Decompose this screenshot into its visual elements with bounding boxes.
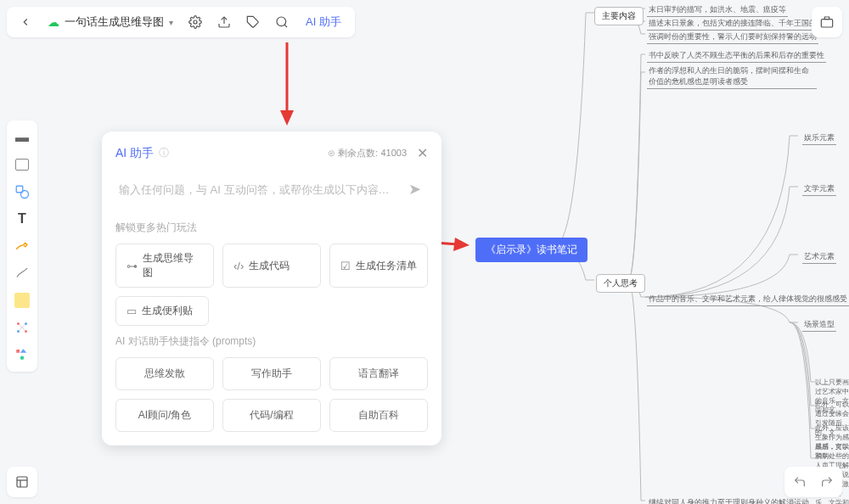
svg-point-4 — [194, 20, 197, 24]
sticky-icon: ▭ — [127, 305, 137, 317]
right-top-toolbar — [812, 7, 842, 37]
mindmap-leaf[interactable]: 文学元素 — [802, 182, 836, 196]
shape-tool[interactable] — [10, 180, 34, 204]
svg-marker-3 — [453, 238, 469, 251]
svg-marker-17 — [20, 349, 27, 353]
document-title-text: 一句话生成思维导图 — [65, 14, 164, 30]
topic-tool[interactable]: ▬ — [10, 126, 34, 149]
mindmap-node-main-content[interactable]: 主要内容 — [594, 7, 644, 25]
more-shapes-tool[interactable] — [10, 343, 34, 367]
mindmap-leaf[interactable]: 继续对同人身的推力至于理则身种义的解消运动 — [647, 496, 811, 504]
mindmap-leaf[interactable]: 艺术元素 — [802, 250, 836, 264]
mindmap-leaf[interactable]: 娱乐元素 — [802, 132, 836, 145]
toolbox-button[interactable] — [815, 10, 839, 34]
svg-point-18 — [20, 356, 25, 361]
points-remaining-label: ⊙ 剩余点数: 41003 — [328, 147, 407, 160]
ai-prompt-input[interactable] — [119, 183, 405, 196]
section-label-prompts: AI 对话助手快捷指令 (prompts) — [115, 334, 428, 349]
ai-assistant-button[interactable]: AI 助手 — [299, 14, 348, 30]
chevron-down-icon: ▾ — [169, 18, 173, 27]
mindmap-node-personal[interactable]: 个人思考 — [596, 274, 645, 293]
text-tool[interactable]: T — [10, 207, 34, 231]
svg-point-7 — [277, 17, 286, 26]
mindmap-root-node[interactable]: 《启示录》读书笔记 — [475, 238, 588, 262]
sticky-note-tool[interactable] — [10, 288, 34, 312]
action-generate-tasklist[interactable]: ☑生成任务清单 — [329, 244, 428, 288]
cloud-sync-icon: ☁ — [48, 15, 59, 29]
prompt-brainstorm[interactable]: 思维发散 — [115, 357, 214, 390]
settings-button[interactable] — [183, 10, 207, 34]
svg-point-14 — [17, 330, 20, 333]
mindmap-icon-tool[interactable] — [10, 316, 34, 339]
frame-tool[interactable] — [10, 153, 34, 176]
bottom-left-panel — [7, 467, 37, 497]
action-generate-sticky[interactable]: ▭生成便利贴 — [115, 296, 209, 326]
svg-line-8 — [284, 25, 287, 27]
mindmap-leaf[interactable]: 作者的浮想和人的生日的脆弱，摆时间摆和生命价值的危机感也是明读者感受 — [647, 64, 817, 89]
undo-button[interactable] — [788, 470, 812, 494]
svg-rect-9 — [821, 20, 832, 27]
mindmap-leaf[interactable]: 强调时份的重要性，警示人们要时刻保持警的远动 — [647, 31, 818, 44]
checklist-icon: ☑ — [340, 260, 351, 272]
outline-toggle-button[interactable] — [12, 472, 32, 492]
prompt-coding[interactable]: 代码/编程 — [222, 399, 321, 432]
svg-point-13 — [25, 322, 27, 325]
prompt-ai-role[interactable]: AI顾问/角色 — [115, 399, 214, 432]
export-button[interactable] — [212, 10, 236, 34]
ai-assistant-panel: AI 助手 ⓘ ⊙ 剩余点数: 41003 ✕ ➤ 解锁更多热门玩法 ⊶生成思维… — [102, 132, 441, 445]
svg-rect-19 — [17, 477, 27, 487]
mindmap-leaf[interactable]: 作品中的音乐、文学和艺术元素，给人律体视觉的很感感受 — [647, 293, 849, 306]
send-button[interactable]: ➤ — [405, 180, 424, 199]
section-label-actions: 解锁更多热门玩法 — [115, 221, 428, 235]
svg-rect-16 — [16, 350, 20, 353]
prompt-translate[interactable]: 语言翻译 — [329, 357, 428, 390]
action-generate-mindmap[interactable]: ⊶生成思维导图 — [115, 244, 214, 288]
mindmap-leaf[interactable]: 书中反映了人类不顾生态平衡的后果和后存的重要性 — [647, 49, 826, 63]
svg-point-11 — [21, 191, 29, 199]
svg-point-15 — [25, 330, 27, 333]
pen-tool[interactable] — [10, 234, 34, 258]
back-button[interactable] — [14, 10, 37, 34]
action-generate-code[interactable]: ‹/›生成代码 — [222, 244, 321, 288]
connector-tool[interactable] — [10, 261, 34, 285]
mindmap-leaf[interactable]: 场景造型 — [802, 318, 836, 332]
help-icon[interactable]: ⓘ — [159, 146, 169, 160]
ai-panel-title: AI 助手 ⓘ — [115, 146, 169, 161]
left-tools-sidebar: ▬ T — [7, 120, 37, 372]
mindmap-leaf[interactable]: 末日审判的描写，如洪水、地震、瘟疫等 — [647, 3, 788, 17]
svg-point-12 — [17, 322, 20, 325]
top-toolbar: ☁ 一句话生成思维导图 ▾ AI 助手 — [7, 7, 355, 37]
svg-marker-1 — [280, 110, 294, 126]
prompt-encyclopedia[interactable]: 自助百科 — [329, 399, 428, 432]
search-button[interactable] — [270, 10, 294, 34]
prompt-writing[interactable]: 写作助手 — [222, 357, 321, 390]
document-title-dropdown[interactable]: ☁ 一句话生成思维导图 ▾ — [42, 14, 178, 30]
code-icon: ‹/› — [233, 260, 244, 272]
redo-button[interactable] — [815, 470, 839, 494]
tag-button[interactable] — [241, 10, 265, 34]
mindmap-icon: ⊶ — [127, 260, 138, 272]
bottom-right-panel — [784, 467, 842, 497]
close-panel-button[interactable]: ✕ — [417, 145, 428, 161]
